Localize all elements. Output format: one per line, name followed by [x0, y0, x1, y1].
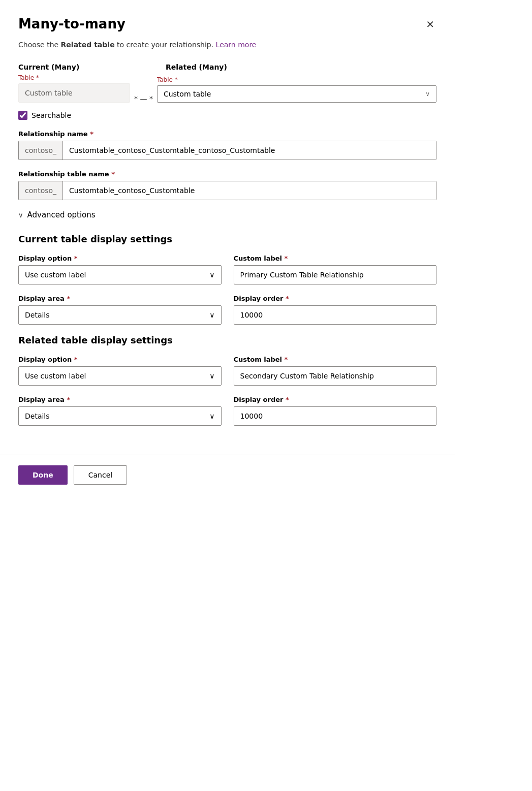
dialog-footer: Done Cancel — [0, 455, 455, 495]
related-custom-label-label: Custom label * — [234, 356, 437, 363]
current-custom-label-col: Custom label * Primary Custom Table Rela… — [234, 255, 437, 284]
current-display-order-label: Display order * — [234, 295, 437, 302]
current-table-sublabel: Table * — [18, 74, 130, 81]
close-button[interactable]: ✕ — [424, 16, 436, 33]
learn-more-link[interactable]: Learn more — [216, 41, 257, 49]
relationship-name-label: Relationship name * — [18, 130, 436, 138]
subtitle-text2: to create your relationship. — [115, 41, 216, 49]
related-display-option-label: Display option * — [18, 356, 222, 363]
dialog-title: Many-to-many — [18, 16, 126, 31]
current-display-area-col: Display area * Details ∨ — [18, 295, 222, 325]
current-display-option-label: Display option * — [18, 255, 222, 262]
relationship-name-section: Relationship name * contoso_ Customtable… — [18, 130, 436, 160]
related-custom-label-col: Custom label * Secondary Custom Table Re… — [234, 356, 437, 386]
many-to-many-dialog: Many-to-many ✕ Choose the Related table … — [0, 0, 455, 495]
related-display-area-row: Display area * Details ∨ Display order *… — [18, 396, 436, 426]
current-display-option-select[interactable]: Use custom label ∨ — [18, 265, 222, 284]
dialog-header: Many-to-many ✕ — [18, 16, 436, 33]
relationship-name-value: Customtable_contoso_Customtable_contoso_… — [63, 141, 436, 160]
current-display-option-value: Use custom label — [25, 271, 86, 279]
related-table-chevron-icon: ∨ — [425, 90, 430, 98]
related-custom-label-input[interactable]: Secondary Custom Table Relationship — [234, 366, 437, 386]
related-display-option-value: Use custom label — [25, 372, 86, 380]
current-display-option-col: Display option * Use custom label ∨ — [18, 255, 222, 284]
relationship-table-name-value: Customtable_contoso_Customtable — [63, 181, 436, 200]
searchable-label: Searchable — [32, 111, 71, 119]
table-fields-wrapper: Table * Custom table * — * Table * Custo… — [18, 74, 436, 103]
related-display-area-chevron-icon: ∨ — [209, 412, 214, 420]
related-display-option-row: Display option * Use custom label ∨ Cust… — [18, 356, 436, 386]
related-table-field: Table * Custom table ∨ — [157, 76, 436, 103]
advanced-options-chevron-icon: ∨ — [18, 211, 23, 219]
searchable-checkbox[interactable] — [18, 111, 27, 120]
related-display-area-value: Details — [25, 412, 50, 420]
current-display-area-row: Display area * Details ∨ Display order *… — [18, 295, 436, 325]
dialog-subtitle: Choose the Related table to create your … — [18, 41, 436, 49]
current-custom-label-input[interactable]: Primary Custom Table Relationship — [234, 265, 437, 284]
relationship-table-name-prefix: contoso_ — [19, 181, 63, 200]
connector: * — * — [130, 94, 157, 103]
related-display-area-col: Display area * Details ∨ — [18, 396, 222, 426]
cancel-button[interactable]: Cancel — [74, 465, 127, 485]
current-many-label: Current (Many) — [18, 63, 166, 71]
related-table-sublabel: Table * — [157, 76, 436, 83]
columns-header: Current (Many) Related (Many) — [18, 63, 436, 71]
subtitle-bold: Related table — [61, 41, 115, 49]
related-display-order-input[interactable]: 10000 — [234, 406, 437, 426]
current-display-order-input[interactable]: 10000 — [234, 305, 437, 325]
relationship-table-name-section: Relationship table name * contoso_ Custo… — [18, 170, 436, 200]
related-table-display-section: Related table display settings Display o… — [18, 335, 436, 426]
related-many-label: Related (Many) — [166, 63, 436, 71]
current-table-field: Table * Custom table — [18, 74, 130, 103]
related-display-order-col: Display order * 10000 — [234, 396, 437, 426]
related-display-order-label: Display order * — [234, 396, 437, 403]
current-display-option-chevron-icon: ∨ — [209, 271, 214, 279]
current-custom-label-label: Custom label * — [234, 255, 437, 262]
relationship-name-prefix: contoso_ — [19, 141, 63, 160]
relationship-table-name-label: Relationship table name * — [18, 170, 436, 178]
related-display-area-label: Display area * — [18, 396, 222, 403]
done-button[interactable]: Done — [18, 465, 68, 485]
subtitle-text1: Choose the — [18, 41, 61, 49]
relationship-table-name-input[interactable]: contoso_ Customtable_contoso_Customtable — [18, 181, 436, 200]
current-display-area-label: Display area * — [18, 295, 222, 302]
advanced-options-label: Advanced options — [27, 210, 96, 219]
current-display-section-title: Current table display settings — [18, 234, 436, 244]
related-display-option-select[interactable]: Use custom label ∨ — [18, 366, 222, 386]
current-display-order-col: Display order * 10000 — [234, 295, 437, 325]
current-table-readonly: Custom table — [18, 83, 130, 103]
related-display-area-select[interactable]: Details ∨ — [18, 406, 222, 426]
current-table-display-section: Current table display settings Display o… — [18, 234, 436, 325]
advanced-options-toggle[interactable]: ∨ Advanced options — [18, 210, 436, 219]
related-table-select-value: Custom table — [164, 90, 211, 98]
related-display-option-col: Display option * Use custom label ∨ — [18, 356, 222, 386]
related-table-select[interactable]: Custom table ∨ — [157, 85, 436, 103]
searchable-row: Searchable — [18, 111, 436, 120]
current-display-area-chevron-icon: ∨ — [209, 311, 214, 319]
related-display-option-chevron-icon: ∨ — [209, 372, 214, 380]
current-display-area-value: Details — [25, 311, 50, 319]
relationship-name-input[interactable]: contoso_ Customtable_contoso_Customtable… — [18, 141, 436, 160]
current-display-area-select[interactable]: Details ∨ — [18, 305, 222, 325]
related-display-section-title: Related table display settings — [18, 335, 436, 345]
current-display-option-row: Display option * Use custom label ∨ Cust… — [18, 255, 436, 284]
